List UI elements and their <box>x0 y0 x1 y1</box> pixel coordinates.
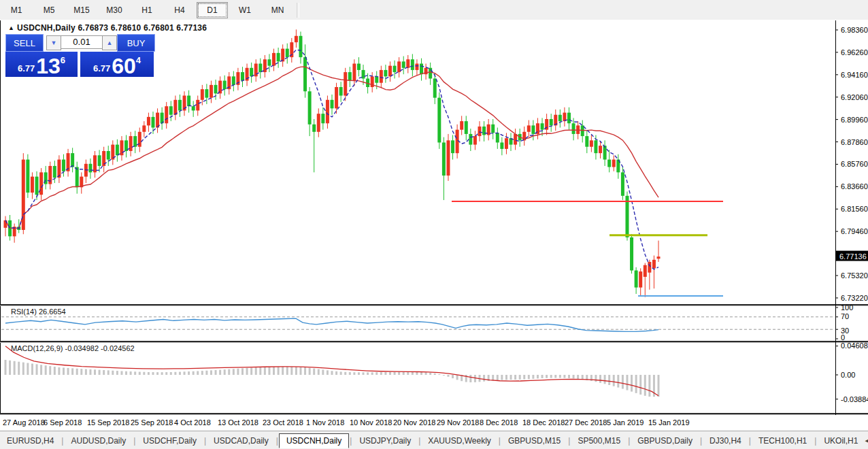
date-axis-label: 13 Oct 2018 <box>218 418 258 427</box>
bid-price-button[interactable]: 6.77136 <box>5 52 78 77</box>
date-axis-label: 15 Jan 2019 <box>648 418 690 427</box>
tab-xauusd-weekly[interactable]: XAUUSD,Weekly <box>421 434 497 448</box>
date-axis-label: 27 Aug 2018 <box>3 418 45 427</box>
current-price-tag: 6.77136 <box>839 252 867 261</box>
chart-title-text: USDCNH,Daily 6.76873 6.78610 6.76801 6.7… <box>17 23 207 33</box>
chart-tab-bar: EURUSD,H4|AUDUSD,Daily|USDCHF,Daily|USDC… <box>0 431 868 449</box>
svg-text:0.00: 0.00 <box>841 371 855 379</box>
svg-text:6.79460: 6.79460 <box>841 227 868 235</box>
tab-usdcad-daily[interactable]: USDCAD,Daily <box>207 434 276 448</box>
rsi-label: RSI(14) 26.6654 <box>11 307 66 316</box>
volume-increase-button[interactable]: ▲ <box>102 35 117 50</box>
svg-text:6.94160: 6.94160 <box>841 71 868 79</box>
tab-separator: | <box>628 436 630 446</box>
tab-separator: | <box>350 436 352 446</box>
tab-gbpusd-daily[interactable]: GBPUSD,Daily <box>631 434 699 448</box>
svg-text:6.96260: 6.96260 <box>841 48 868 56</box>
ask-price-button[interactable]: 6.77604 <box>80 52 154 77</box>
tab-dj30-h4[interactable]: DJ30,H4 <box>703 434 748 448</box>
svg-text:6.81560: 6.81560 <box>841 205 868 213</box>
tab-separator: | <box>276 436 278 446</box>
date-axis-label: 4 Oct 2018 <box>174 418 211 427</box>
date-axis-label: 18 Dec 2018 <box>522 418 565 427</box>
date-axis-label: 20 Nov 2018 <box>393 418 435 427</box>
svg-text:6.92060: 6.92060 <box>841 93 868 101</box>
chevron-up-icon: ▲ <box>107 39 113 46</box>
tab-separator: | <box>814 436 816 446</box>
collapse-arrow-icon[interactable]: ▲ <box>8 24 14 31</box>
tab-separator: | <box>700 436 702 446</box>
date-axis-label: 29 Nov 2018 <box>437 418 479 427</box>
date-axis-label: 8 Dec 2018 <box>480 418 518 427</box>
tab-sp500-m15[interactable]: SP500,M15 <box>571 434 627 448</box>
tab-tech100-h1[interactable]: TECH100,H1 <box>752 434 814 448</box>
date-axis-label: 10 Nov 2018 <box>350 418 392 427</box>
svg-text:6.75320: 6.75320 <box>841 271 868 280</box>
date-axis-label: 27 Dec 2018 <box>565 418 607 427</box>
svg-text:6.89960: 6.89960 <box>841 116 868 124</box>
bid-price-big: 13 <box>36 57 61 75</box>
tab-gbpusd-m15[interactable]: GBPUSD,M15 <box>501 434 567 448</box>
date-axis-label: 15 Sep 2018 <box>87 418 129 427</box>
tab-usdcnh-daily[interactable]: USDCNH,Daily <box>279 433 349 448</box>
sell-button[interactable]: SELL <box>5 34 44 52</box>
mt4-window: M1M5M15M30H1H4D1W1MN 6.983606.962606.941… <box>0 0 868 449</box>
macd-label: MACD(12,26,9) -0.034982 -0.024562 <box>11 344 135 352</box>
date-axis-label: 5 Jan 2019 <box>607 418 644 427</box>
date-axis-label: 1 Nov 2018 <box>306 418 344 427</box>
tab-separator: | <box>568 436 570 446</box>
svg-text:6.85760: 6.85760 <box>841 160 868 168</box>
volume-decrease-button[interactable]: ▼ <box>46 35 61 50</box>
bid-price-small: 6.77 <box>18 63 35 73</box>
svg-text:100: 100 <box>841 303 853 312</box>
svg-text:0: 0 <box>841 333 845 342</box>
date-axis-label: 6 Sep 2018 <box>44 418 82 427</box>
buy-button[interactable]: BUY <box>117 34 155 52</box>
ask-price-big: 60 <box>112 57 136 75</box>
chevron-down-icon: ▼ <box>51 39 57 46</box>
svg-text:0.04608: 0.04608 <box>841 342 868 350</box>
svg-text:6.83660: 6.83660 <box>841 182 868 190</box>
svg-text:6.87860: 6.87860 <box>841 138 868 146</box>
svg-text:70: 70 <box>841 312 849 320</box>
tab-separator: | <box>61 436 63 446</box>
tab-scroll-left-icon[interactable]: ◂ <box>865 436 868 444</box>
chart-title: ▲USDCNH,Daily 6.76873 6.78610 6.76801 6.… <box>8 23 207 33</box>
tab-audusd-daily[interactable]: AUDUSD,Daily <box>64 434 133 448</box>
volume-input[interactable]: 0.01 <box>61 35 103 49</box>
svg-text:6.73220: 6.73220 <box>841 294 868 302</box>
tab-separator: | <box>499 436 501 446</box>
tab-separator: | <box>749 436 751 446</box>
tab-usdjpy-daily[interactable]: USDJPY,Daily <box>352 434 418 448</box>
svg-text:-0.038842: -0.038842 <box>841 395 868 403</box>
tab-separator: | <box>418 436 420 446</box>
ask-price-small: 6.77 <box>93 63 110 73</box>
tab-separator: | <box>204 436 206 446</box>
bid-price-sup: 6 <box>61 55 65 65</box>
tab-separator: | <box>133 436 135 446</box>
tab-ukoil-h1[interactable]: UKOil,H1 <box>817 434 865 448</box>
tab-eurusd-h4[interactable]: EURUSD,H4 <box>0 434 61 448</box>
date-axis-label: 23 Oct 2018 <box>263 418 303 427</box>
tab-usdchf-daily[interactable]: USDCHF,Daily <box>136 434 203 448</box>
ask-price-sup: 4 <box>136 55 141 65</box>
svg-text:6.98360: 6.98360 <box>841 26 868 34</box>
one-click-trade-panel: SELL ▼ 0.01 ▲ BUY 6.77136 6.77604 <box>5 34 154 77</box>
date-axis-label: 25 Sep 2018 <box>131 418 173 427</box>
